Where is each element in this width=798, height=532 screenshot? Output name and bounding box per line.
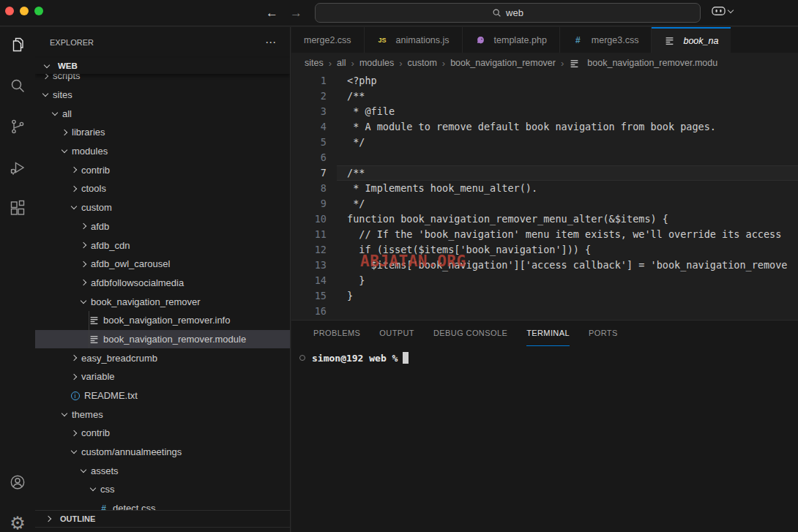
code-line[interactable]: 4 * A module to remove default book navi… bbox=[291, 119, 798, 135]
tree-folder-css[interactable]: css bbox=[35, 480, 290, 499]
tree-folder-themes[interactable]: themes bbox=[35, 405, 290, 424]
close-window-button[interactable] bbox=[5, 7, 14, 15]
code-line[interactable]: 8 * Implements hook_menu_alter(). bbox=[291, 181, 798, 196]
tree-folder-custom-annualmeetings[interactable]: custom/annualmeetings bbox=[35, 443, 290, 462]
tree-item-label: book_navigation_remover bbox=[91, 296, 201, 307]
code-line[interactable]: 13 $items['book_navigation']['access cal… bbox=[291, 258, 798, 273]
css-file-icon: # bbox=[573, 35, 583, 45]
code-line[interactable]: 12 if (isset($items['book_navigation']))… bbox=[291, 242, 798, 258]
workspace-section-header[interactable]: WEB bbox=[35, 58, 290, 74]
tree-item-label: afdbfollowsocialmedia bbox=[91, 277, 184, 288]
code-editor[interactable]: ABJATAN.ORG 1<?php2/**3 * @file4 * A mod… bbox=[291, 73, 798, 320]
explorer-icon[interactable] bbox=[9, 36, 26, 53]
tree-folder-libraries[interactable]: libraries bbox=[35, 123, 290, 142]
tree-folder-assets[interactable]: assets bbox=[35, 461, 290, 480]
code-line[interactable]: 5 */ bbox=[291, 135, 798, 150]
outline-section-header[interactable]: OUTLINE bbox=[35, 510, 290, 526]
panel-tab-debug-console[interactable]: DEBUG CONSOLE bbox=[433, 321, 507, 346]
breadcrumb-separator-icon: › bbox=[442, 58, 445, 69]
explorer-sidebar: EXPLORER ⋯ WEB scriptssitesalllibrariesm… bbox=[35, 27, 291, 532]
tree-item-label: book_navigation_remover.info bbox=[103, 315, 230, 326]
tree-item-label: afdb_owl_carousel bbox=[91, 258, 170, 269]
account-icon[interactable] bbox=[9, 473, 26, 491]
breadcrumb-item[interactable]: modules bbox=[359, 58, 394, 68]
more-actions-icon[interactable]: ⋯ bbox=[265, 36, 277, 49]
panel-tab-output[interactable]: OUTPUT bbox=[379, 321, 414, 346]
tree-folder-book-navigation-remover[interactable]: book_navigation_remover bbox=[35, 292, 290, 311]
indent-guide bbox=[89, 311, 89, 330]
breadcrumb-file[interactable]: book_navigation_remover.modu bbox=[569, 58, 717, 68]
panel-tab-problems[interactable]: PROBLEMS bbox=[313, 321, 360, 346]
tree-file-book-navigation-remover-module[interactable]: book_navigation_remover.module bbox=[35, 330, 290, 349]
timeline-section-header[interactable]: TIMELINE bbox=[35, 527, 290, 532]
search-icon[interactable] bbox=[9, 77, 26, 94]
tab-label: merge2.css bbox=[304, 35, 351, 45]
tree-folder-afdb-cdn[interactable]: afdb_cdn bbox=[35, 236, 290, 255]
extensions-icon[interactable] bbox=[9, 200, 26, 217]
code-line[interactable]: 11 // If the 'book_navigation' menu item… bbox=[291, 227, 798, 242]
editor-tab-animations-js[interactable]: JSanimations.js bbox=[365, 27, 463, 53]
breadcrumb-item[interactable]: book_navigation_remover bbox=[450, 58, 556, 68]
chevron-down-icon bbox=[61, 410, 67, 416]
code-line[interactable]: 10function book_navigation_remover_menu_… bbox=[291, 211, 798, 227]
source-control-icon[interactable] bbox=[9, 118, 26, 135]
chevron-down-icon bbox=[90, 485, 96, 491]
chevron-down-icon bbox=[728, 7, 734, 12]
line-number: 14 bbox=[291, 273, 327, 288]
tree-folder-afdb[interactable]: afdb bbox=[35, 217, 290, 236]
command-decoration-icon bbox=[299, 355, 305, 361]
tree-folder-easy-breadcrumb[interactable]: easy_breadcrumb bbox=[35, 348, 290, 367]
tree-folder-all[interactable]: all bbox=[35, 104, 290, 123]
tree-folder-contrib[interactable]: contrib bbox=[35, 160, 290, 179]
minimize-window-button[interactable] bbox=[20, 7, 29, 15]
tree-folder-custom[interactable]: custom bbox=[35, 198, 290, 217]
tree-folder-scripts[interactable]: scripts bbox=[35, 74, 290, 86]
panel-tab-terminal[interactable]: TERMINAL bbox=[526, 321, 570, 346]
code-line[interactable]: 15} bbox=[291, 288, 798, 304]
line-number: 13 bbox=[291, 258, 327, 273]
breadcrumb-item[interactable]: custom bbox=[408, 58, 437, 68]
panel-tab-ports[interactable]: PORTS bbox=[589, 321, 618, 346]
copilot-menu[interactable] bbox=[712, 6, 733, 16]
code-line[interactable]: 1<?php bbox=[291, 73, 798, 89]
code-line[interactable]: 3 * @file bbox=[291, 104, 798, 119]
tree-folder-afdbfollowsocialmedia[interactable]: afdbfollowsocialmedia bbox=[35, 274, 290, 293]
run-debug-icon[interactable] bbox=[9, 159, 26, 176]
tree-folder-afdb-owl-carousel[interactable]: afdb_owl_carousel bbox=[35, 255, 290, 274]
tree-file-readme-txt[interactable]: iREADME.txt bbox=[35, 386, 290, 405]
code-line[interactable]: 6 bbox=[291, 150, 798, 165]
tree-folder-contrib[interactable]: contrib bbox=[35, 424, 290, 443]
editor-tab-book-na[interactable]: book_na bbox=[652, 27, 731, 53]
code-line[interactable]: 2/** bbox=[291, 89, 798, 104]
editor-tab-merge2-css[interactable]: merge2.css bbox=[291, 27, 365, 53]
command-center-search[interactable]: web bbox=[315, 3, 701, 23]
breadcrumb-item[interactable]: all bbox=[337, 58, 346, 68]
default-file-icon bbox=[89, 315, 100, 325]
editor-tab-template-php[interactable]: template.php bbox=[463, 27, 560, 53]
zoom-window-button[interactable] bbox=[34, 7, 43, 15]
code-text: /** bbox=[327, 165, 365, 181]
tree-folder-sites[interactable]: sites bbox=[35, 86, 290, 105]
code-text: $items['book_navigation']['access callba… bbox=[327, 258, 787, 273]
navigate-forward-icon[interactable]: → bbox=[290, 6, 302, 20]
line-number: 1 bbox=[291, 73, 327, 89]
editor-tab-merge3-css[interactable]: #merge3.css bbox=[560, 27, 652, 53]
code-line[interactable]: 9 */ bbox=[291, 196, 798, 211]
copilot-icon bbox=[712, 6, 726, 16]
code-line[interactable]: 7/** bbox=[291, 165, 798, 181]
tree-folder-modules[interactable]: modules bbox=[35, 142, 290, 161]
tree-folder-variable[interactable]: variable bbox=[35, 367, 290, 386]
code-line[interactable]: 16 bbox=[291, 304, 798, 319]
code-line[interactable]: 14 } bbox=[291, 273, 798, 288]
tree-folder-ctools[interactable]: ctools bbox=[35, 179, 290, 198]
line-number: 4 bbox=[291, 119, 327, 135]
tree-item-label: custom/annualmeetings bbox=[81, 446, 182, 457]
activity-bar: ⚙ bbox=[0, 27, 35, 532]
tree-file-detect-css[interactable]: #detect.css bbox=[35, 499, 290, 511]
terminal[interactable]: simon@192 web % bbox=[299, 352, 798, 364]
settings-icon[interactable]: ⚙ bbox=[9, 514, 26, 532]
breadcrumb-item[interactable]: sites bbox=[305, 58, 324, 68]
navigate-back-icon[interactable]: ← bbox=[266, 6, 278, 20]
chevron-right-icon bbox=[81, 223, 86, 229]
tree-file-book-navigation-remover-info[interactable]: book_navigation_remover.info bbox=[35, 311, 290, 330]
